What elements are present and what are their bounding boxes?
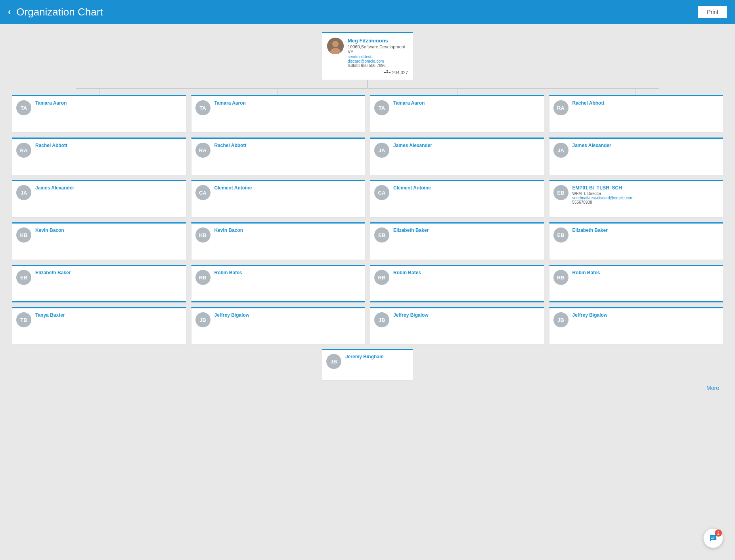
emp-info-rb-0: Robin Bates — [214, 270, 361, 275]
emp-phone: 555678908 — [572, 200, 719, 205]
emp-card-rb-0[interactable]: RB Robin Bates — [191, 265, 366, 302]
avatar-ja-1: JA — [553, 143, 568, 158]
emp-card-ca-1[interactable]: CA Clement Antoine — [370, 180, 544, 218]
root-info: Meg Fitzimmons 10060,Software Developmen… — [348, 38, 408, 75]
root-count: 204,327 — [348, 68, 408, 75]
emp-info-emp01: EMP01 BI_TLBR_SCH WFMTL Director sendmai… — [572, 185, 719, 205]
emp-name: Clement Antoine — [393, 185, 540, 191]
avatar-jb-0: JB — [195, 312, 211, 327]
emp-info-eb-2: Elizabeth Baker — [35, 270, 182, 275]
emp-info-ja-0: James Alexander — [393, 143, 540, 148]
emp-info-ta-0: Tamara Aaron — [35, 100, 182, 106]
emp-card-ra-1[interactable]: RA Rachel Abbott — [12, 138, 186, 175]
emp-card-rb-2[interactable]: RB Robin Bates — [549, 265, 724, 302]
emp-info-eb-0: Elizabeth Baker — [393, 227, 540, 233]
root-name: Meg Fitzimmons — [348, 38, 408, 44]
emp-card-ta-1[interactable]: TA Tamara Aaron — [191, 95, 366, 133]
avatar-ta-0: TA — [16, 100, 31, 115]
chat-button[interactable]: 2 — [703, 528, 723, 548]
emp-card-tb-0[interactable]: TB Tanya Baxter — [12, 307, 186, 345]
emp-name: Robin Bates — [214, 270, 361, 275]
emp-card-jb-0[interactable]: JB Jeffrey Bigalow — [191, 307, 366, 345]
emp-info-rb-2: Robin Bates — [572, 270, 719, 275]
print-button[interactable]: Print — [698, 6, 727, 18]
emp-name: Tamara Aaron — [393, 100, 540, 106]
cards-grid: TA Tamara Aaron TA Tamara Aaron TA Tamar… — [12, 95, 723, 345]
avatar-ra-0: RA — [553, 100, 568, 115]
emp-card-jb-2[interactable]: JB Jeffrey Bigalow — [549, 307, 724, 345]
emp-card-kb-0[interactable]: KB Kevin Bacon — [12, 222, 186, 260]
svg-rect-3 — [387, 70, 388, 71]
emp-info-ja-2: James Alexander — [35, 185, 182, 191]
emp-name: Elizabeth Baker — [35, 270, 182, 275]
bottom-card[interactable]: JB Jeremy Bingham — [322, 349, 413, 380]
emp-card-kb-1[interactable]: KB Kevin Bacon — [191, 222, 366, 260]
avatar-image — [327, 38, 344, 54]
emp-name: Rachel Abbott — [214, 143, 361, 148]
avatar-eb-0: EB — [374, 227, 389, 243]
emp-card-ta-2[interactable]: TA Tamara Aaron — [370, 95, 544, 133]
emp-name: James Alexander — [393, 143, 540, 148]
emp-card-rb-1[interactable]: RB Robin Bates — [370, 265, 544, 302]
emp-info-jb-2: Jeffrey Bigalow — [572, 312, 719, 318]
emp-name: Robin Bates — [572, 270, 719, 275]
avatar-ra-2: RA — [195, 143, 211, 158]
root-card[interactable]: Meg Fitzimmons 10060,Software Developmen… — [322, 32, 413, 80]
emp-info-tb-0: Tanya Baxter — [35, 312, 182, 318]
more-link-container: More — [12, 384, 723, 392]
emp-info-rb-1: Robin Bates — [393, 270, 540, 275]
page-title: Organization Chart — [16, 6, 103, 18]
emp-info-ca-1: Clement Antoine — [393, 185, 540, 191]
emp-card-eb-0[interactable]: EB Elizabeth Baker — [370, 222, 544, 260]
root-phone: fsdfdfd-650-506-7896 — [348, 63, 408, 68]
emp-card-ra-2[interactable]: RA Rachel Abbott — [191, 138, 366, 175]
emp-info-ta-2: Tamara Aaron — [393, 100, 540, 106]
emp-card-eb-2[interactable]: EB Elizabeth Baker — [12, 265, 186, 302]
emp-name: Kevin Bacon — [214, 227, 361, 233]
emp-info-jb-1: Jeffrey Bigalow — [393, 312, 540, 318]
emp-info-eb-1: Elizabeth Baker — [572, 227, 719, 233]
emp-card-ja-1[interactable]: JA James Alexander — [549, 138, 724, 175]
emp-name: Tamara Aaron — [35, 100, 182, 106]
chat-badge: 2 — [715, 529, 722, 537]
emp-name: Tamara Aaron — [214, 100, 361, 106]
emp-name: Elizabeth Baker — [572, 227, 719, 233]
avatar-ca-0: CA — [195, 185, 211, 200]
emp-email[interactable]: sendmail-test-discard@oracle.com — [572, 196, 719, 200]
emp-info-ra-0: Rachel Abbott — [572, 100, 719, 106]
emp-name: Elizabeth Baker — [393, 227, 540, 233]
root-avatar — [327, 38, 344, 54]
emp-card-ta-0[interactable]: TA Tamara Aaron — [12, 95, 186, 133]
emp-title: WFMTL Director — [572, 191, 719, 196]
avatar-ja-0: JA — [374, 143, 389, 158]
bottom-node-container: JB Jeremy Bingham — [12, 349, 723, 380]
back-button[interactable]: ‹ — [8, 7, 11, 17]
avatar-ra-1: RA — [16, 143, 31, 158]
emp-card-jb-1[interactable]: JB Jeffrey Bigalow — [370, 307, 544, 345]
emp-name: Kevin Bacon — [35, 227, 182, 233]
avatar-emp01: EB — [553, 185, 568, 200]
avatar-ja-2: JA — [16, 185, 31, 200]
emp-card-eb-1[interactable]: EB Elizabeth Baker — [549, 222, 724, 260]
main-content: Meg Fitzimmons 10060,Software Developmen… — [0, 24, 735, 560]
emp-card-emp01[interactable]: EB EMP01 BI_TLBR_SCH WFMTL Director send… — [549, 180, 724, 218]
org-icon — [384, 70, 390, 75]
emp-name: Tanya Baxter — [35, 312, 182, 318]
avatar-eb-1: EB — [553, 227, 568, 243]
emp-card-ja-0[interactable]: JA James Alexander — [370, 138, 544, 175]
emp-card-ca-0[interactable]: CA Clement Antoine — [191, 180, 366, 218]
root-node-container: Meg Fitzimmons 10060,Software Developmen… — [12, 32, 723, 80]
emp-name: James Alexander — [572, 143, 719, 148]
emp-card-ra-0[interactable]: RA Rachel Abbott — [549, 95, 724, 133]
avatar-jb-bottom: JB — [326, 354, 341, 369]
svg-rect-11 — [710, 535, 716, 540]
emp-name: EMP01 BI_TLBR_SCH — [572, 185, 719, 191]
emp-name: Robin Bates — [393, 270, 540, 275]
root-title: 10060,Software Development VP — [348, 44, 408, 54]
avatar-rb-2: RB — [553, 270, 568, 285]
more-link[interactable]: More — [706, 385, 719, 391]
app-header: ‹ Organization Chart Print — [0, 0, 735, 24]
root-email[interactable]: sendmail-test-discard@oracle.com — [348, 55, 408, 63]
emp-info-kb-1: Kevin Bacon — [214, 227, 361, 233]
emp-card-ja-2[interactable]: JA James Alexander — [12, 180, 186, 218]
